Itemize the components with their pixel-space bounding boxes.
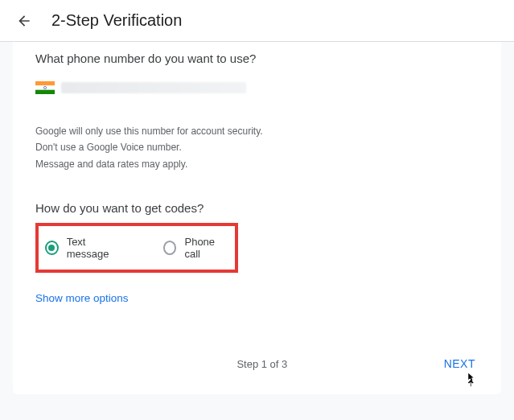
phone-number-redacted [61, 82, 246, 93]
india-flag-icon [35, 81, 55, 94]
page-header: 2-Step Verification [0, 0, 514, 42]
cursor-pointer-icon [464, 373, 479, 389]
radio-unselected-icon [163, 241, 177, 255]
back-button[interactable] [16, 13, 32, 29]
page-title: 2-Step Verification [51, 11, 182, 30]
phone-input-row[interactable] [35, 81, 479, 94]
radio-label-text: Text message [67, 236, 125, 260]
next-button[interactable]: NEXT [441, 352, 479, 375]
radio-selected-icon [45, 241, 59, 255]
svg-rect-2 [35, 90, 55, 94]
radio-group-highlight: Text message Phone call [35, 223, 238, 273]
main-card: What phone number do you want to use? Go… [13, 42, 501, 394]
svg-rect-0 [35, 81, 55, 85]
radio-phone-call[interactable]: Phone call [163, 236, 228, 260]
disclaimer-line-3: Message and data rates may apply. [35, 156, 479, 172]
show-more-options-link[interactable]: Show more options [35, 292, 479, 304]
step-indicator: Step 1 of 3 [84, 358, 441, 370]
phone-question: What phone number do you want to use? [35, 51, 479, 65]
arrow-left-icon [16, 13, 32, 29]
radio-text-message[interactable]: Text message [45, 236, 125, 260]
radio-label-call: Phone call [184, 236, 228, 260]
codes-question: How do you want to get codes? [35, 201, 479, 215]
next-button-label: NEXT [444, 357, 475, 370]
svg-rect-1 [35, 85, 55, 89]
footer-row: Step 1 of 3 NEXT [35, 352, 479, 375]
disclaimer-line-2: Don't use a Google Voice number. [35, 139, 479, 155]
disclaimer-line-1: Google will only use this number for acc… [35, 123, 479, 139]
